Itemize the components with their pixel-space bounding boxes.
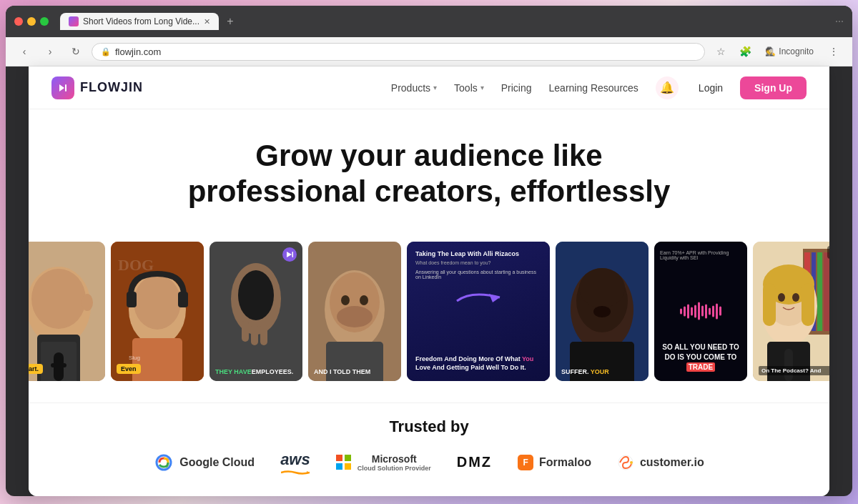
website-content: FLOWJIN Products ▾ Tools ▾ Pricing <box>29 66 829 496</box>
video-gallery: Start. DOG <box>29 242 829 402</box>
extensions-icon[interactable]: 🧩 <box>735 41 755 61</box>
products-label: Products <box>391 82 430 94</box>
minimize-button[interactable] <box>27 17 36 26</box>
close-button[interactable] <box>14 17 23 26</box>
incognito-label: Incognito <box>779 46 814 56</box>
svg-point-35 <box>579 268 625 308</box>
browser-titlebar: Short Videos from Long Vide... ✕ + ⋯ <box>6 6 852 37</box>
traffic-lights <box>14 17 49 26</box>
google-cloud-text: Google Cloud <box>179 456 255 469</box>
formaloo-icon: F <box>518 455 533 470</box>
svg-rect-22 <box>260 324 267 345</box>
logo[interactable]: FLOWJIN <box>51 76 143 99</box>
svg-rect-21 <box>251 324 258 345</box>
address-bar[interactable]: 🔒 flowjin.com <box>92 43 705 61</box>
svg-rect-14 <box>127 292 137 307</box>
incognito-button[interactable]: 🕵️ Incognito <box>759 44 819 59</box>
svg-point-13 <box>134 275 181 330</box>
customerio-text: customer.io <box>640 456 704 469</box>
dmz-text: DMZ <box>457 454 492 470</box>
tools-nav-item[interactable]: Tools ▾ <box>454 82 484 94</box>
forward-button[interactable]: › <box>40 41 60 61</box>
waveform <box>680 302 721 320</box>
svg-rect-20 <box>242 320 249 342</box>
url-text: flowjin.com <box>115 46 161 57</box>
svg-point-3 <box>31 269 86 329</box>
formaloo-text: Formaloo <box>539 456 591 469</box>
svg-point-51 <box>778 293 785 302</box>
learning-resources-nav-item[interactable]: Learning Resources <box>549 82 638 94</box>
signup-button[interactable]: Sign Up <box>740 76 807 99</box>
tab-favicon <box>69 16 79 26</box>
video-badge-1: Start. <box>29 364 43 374</box>
menu-icon[interactable]: ⋮ <box>824 41 844 61</box>
video-card-4[interactable]: AND I TOLD THEM <box>308 242 401 381</box>
aws-logo: aws <box>280 450 310 475</box>
tab-title: Short Videos from Long Vide... <box>83 16 199 26</box>
products-nav-item[interactable]: Products ▾ <box>391 82 437 94</box>
svg-point-59 <box>630 461 633 464</box>
pricing-nav-item[interactable]: Pricing <box>501 82 532 94</box>
svg-rect-8 <box>51 363 66 367</box>
video-card-3[interactable]: THEY HAVEEMPLOYEES. <box>209 242 302 381</box>
svg-point-28 <box>341 295 350 305</box>
svg-rect-42 <box>817 252 822 331</box>
microsoft-icon <box>336 455 352 470</box>
bookmark-icon[interactable]: ☆ <box>711 41 731 61</box>
video-card-1[interactable]: Start. <box>29 242 105 381</box>
tab-close-button[interactable]: ✕ <box>204 17 210 26</box>
toolbar-icons: ☆ 🧩 🕵️ Incognito ⋮ <box>711 41 844 61</box>
svg-rect-24 <box>292 252 294 257</box>
google-cloud-logo: Google Cloud <box>154 453 255 473</box>
svg-point-4 <box>82 294 93 311</box>
svg-point-29 <box>360 295 368 305</box>
tools-chevron-icon: ▾ <box>480 84 484 92</box>
incognito-icon: 🕵️ <box>765 46 776 56</box>
ms-yellow-square <box>345 463 351 470</box>
microsoft-logo: Microsoft Cloud Solution Provider <box>336 453 431 472</box>
video-label-3 <box>282 247 297 262</box>
lock-icon: 🔒 <box>101 47 111 56</box>
window-control-icon: ⋯ <box>835 16 844 26</box>
svg-rect-0 <box>65 84 66 92</box>
formaloo-logo: F Formaloo <box>518 455 591 470</box>
video-card-6[interactable]: SUFFER. YOUR <box>556 242 649 381</box>
video-card-8[interactable]: On The Podcast? And <box>753 242 829 381</box>
video-badge-8 <box>827 246 829 259</box>
ms-green-square <box>345 455 351 461</box>
browser-tabs: Short Videos from Long Vide... ✕ + <box>60 13 766 30</box>
video-badge-2: Even <box>117 364 141 374</box>
login-button[interactable]: Login <box>687 76 734 99</box>
pricing-label: Pricing <box>501 82 532 94</box>
video-card-7[interactable]: Earn 70%+ APR with Providing Liquidity w… <box>654 242 747 381</box>
svg-rect-49 <box>763 283 776 326</box>
browser-window: Short Videos from Long Vide... ✕ + ⋯ ‹ ›… <box>6 6 852 496</box>
microsoft-text: Microsoft Cloud Solution Provider <box>358 453 431 472</box>
logo-icon <box>51 76 74 99</box>
svg-rect-43 <box>824 252 829 331</box>
back-button[interactable]: ‹ <box>14 41 34 61</box>
video-card-2[interactable]: DOG Slug Even <box>111 242 204 381</box>
hero-title: Grow your audience like professional cre… <box>179 138 679 210</box>
video-card-5[interactable]: Taking The Leap With Alli Rizacos What d… <box>407 242 550 381</box>
ms-blue-square <box>336 463 342 470</box>
maximize-button[interactable] <box>40 17 49 26</box>
video-overlay-3: THEY HAVEEMPLOYEES. <box>215 368 297 375</box>
browser-background: Short Videos from Long Vide... ✕ + ⋯ ‹ ›… <box>0 0 858 496</box>
refresh-button[interactable]: ↻ <box>66 41 86 61</box>
notification-bell-icon[interactable]: 🔔 <box>656 76 679 99</box>
video-overlay-4: AND I TOLD THEM <box>314 368 395 375</box>
logo-text: FLOWJIN <box>80 80 143 95</box>
svg-point-23 <box>238 270 274 320</box>
new-tab-button[interactable]: + <box>222 13 239 30</box>
svg-rect-15 <box>178 292 188 307</box>
svg-point-36 <box>593 306 611 317</box>
trusted-title: Trusted by <box>51 417 807 436</box>
svg-rect-54 <box>784 349 793 381</box>
svg-text:DOG: DOG <box>118 256 154 274</box>
nav-links: Products ▾ Tools ▾ Pricing Learning Reso… <box>391 82 638 94</box>
trusted-logos: Google Cloud aws <box>51 450 807 475</box>
learning-resources-label: Learning Resources <box>549 82 638 94</box>
products-chevron-icon: ▾ <box>433 84 437 92</box>
active-tab[interactable]: Short Videos from Long Vide... ✕ <box>60 13 219 30</box>
